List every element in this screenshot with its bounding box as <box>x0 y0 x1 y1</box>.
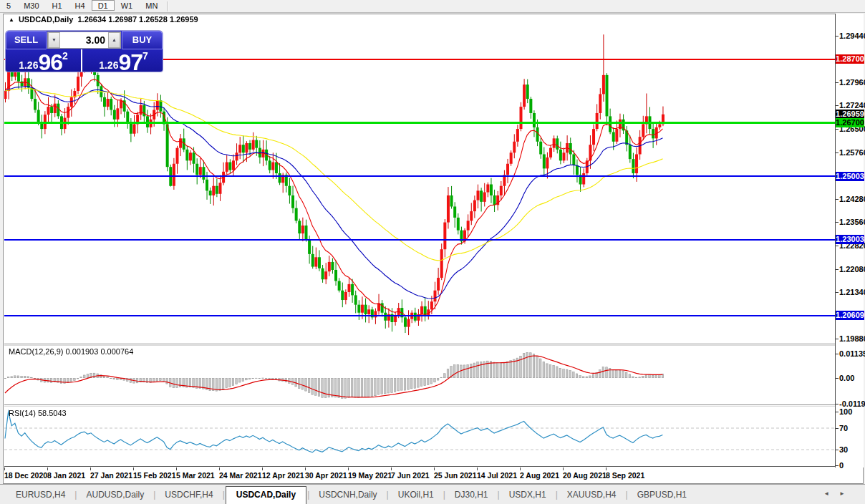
price-scale-label: 1.22080 <box>839 266 865 273</box>
chart-tab-xauusd-h4[interactable]: XAUUSD,H4 <box>559 487 625 503</box>
price-scale-label: 1.23560 <box>839 218 865 226</box>
macd-indicator-label: MACD(12,26,9) 0.001903 0.000764 <box>9 347 133 356</box>
price-level-badge: 1.28700 <box>836 54 864 64</box>
date-axis-label: 14 Jul 2021 <box>477 471 517 480</box>
date-axis-tick <box>391 467 392 470</box>
date-axis-tick <box>133 467 134 470</box>
scale-tick <box>836 36 839 37</box>
price-scale-label: 1.29440 <box>839 32 865 40</box>
rsi-indicator-label: RSI(14) 58.5043 <box>9 409 67 417</box>
scale-tick <box>836 269 839 270</box>
date-axis-tick <box>90 467 91 470</box>
sell-price-sup: 2 <box>62 50 68 62</box>
timeframe-button-h4[interactable]: H4 <box>69 0 92 11</box>
chart-tab-audusd-daily[interactable]: AUDUSD,Daily <box>77 487 153 503</box>
tab-scroll-right-icon[interactable]: ► <box>839 490 855 497</box>
chart-symbol: USDCAD,Daily <box>19 15 73 24</box>
rsi-scale-label: 30 <box>839 446 848 454</box>
date-axis[interactable]: 18 Dec 20208 Jan 202127 Jan 202115 Feb 2… <box>4 467 835 483</box>
tab-scroll-arrows[interactable]: ◄► <box>823 490 855 497</box>
timeframe-button-mn[interactable]: MN <box>139 0 164 11</box>
scale-tick <box>836 465 839 466</box>
tab-scroll-left-icon[interactable]: ◄ <box>823 490 839 497</box>
sell-price[interactable]: 1.26962 <box>6 49 82 72</box>
chart-tabs: EURUSD,H4|AUDUSD,Daily|USDCHF,H4|USDCAD,… <box>7 486 695 503</box>
scale-tick <box>836 404 839 404</box>
price-scale-label: 1.24280 <box>839 195 865 203</box>
volume-value[interactable]: 3.00 <box>86 34 105 46</box>
price-scale[interactable]: 1.294401.279601.272401.265001.257601.242… <box>835 14 864 467</box>
timeframe-button-h1[interactable]: H1 <box>46 0 69 11</box>
date-axis-label: 5 Mar 2021 <box>176 471 215 480</box>
date-axis-tick <box>606 467 607 470</box>
rsi-scale-label: 0 <box>839 462 844 470</box>
macd-scale-label: 0.01135 <box>839 350 865 358</box>
timeframe-button-d1[interactable]: D1 <box>92 0 115 11</box>
chart-tab-eurusd-h4[interactable]: EURUSD,H4 <box>7 487 74 503</box>
volume-decrease-button[interactable]: ▼ <box>48 32 60 48</box>
date-axis-tick <box>348 467 349 470</box>
date-axis-label: 24 Mar 2021 <box>219 471 262 480</box>
date-axis-tick <box>563 467 564 470</box>
chart-title: ▲USDCAD,Daily 1.26634 1.26987 1.26528 1.… <box>9 15 198 24</box>
trading-terminal: 5M30H1H4D1W1MN ▲USDCAD,Daily 1.26634 1.2… <box>0 0 865 504</box>
price-scale-label: 1.27960 <box>839 79 865 87</box>
sell-button[interactable]: SELL <box>6 31 47 49</box>
chart-tab-dj30-h1[interactable]: DJ30,H1 <box>446 487 497 503</box>
scale-tick <box>836 450 839 450</box>
date-axis-label: 8 Sep 2021 <box>606 471 644 480</box>
price-chart-canvas[interactable] <box>4 14 835 467</box>
scale-tick <box>836 354 839 354</box>
chart-tab-ukoil-h1[interactable]: UKOil,H1 <box>390 487 443 503</box>
buy-price-big: 97 <box>118 49 142 75</box>
sell-price-small: 1.26 <box>19 59 38 71</box>
price-level-badge: 1.25003 <box>836 172 864 181</box>
date-axis-tick <box>477 467 478 470</box>
date-axis-tick <box>47 467 48 470</box>
price-scale-label: 1.21340 <box>839 289 865 296</box>
price-scale-label: 1.19880 <box>839 335 865 343</box>
buy-price[interactable]: 1.26977 <box>85 49 162 72</box>
chart-ohlc-quotes: 1.26634 1.26987 1.26528 1.26959 <box>77 15 198 24</box>
chart-tab-usdx-h1[interactable]: USDX,H1 <box>501 487 555 503</box>
price-scale-label: 1.27240 <box>839 102 865 110</box>
date-axis-label: 12 Apr 2021 <box>262 471 304 480</box>
timeframe-toolbar: 5M30H1H4D1W1MN <box>0 0 865 13</box>
date-axis-tick <box>434 467 435 470</box>
scale-tick <box>836 105 839 106</box>
scale-tick <box>836 82 839 83</box>
sell-price-big: 96 <box>38 49 62 75</box>
price-scale-label: 1.25760 <box>839 149 865 157</box>
buy-price-sup: 7 <box>142 50 148 62</box>
chart-tab-gbpusd-h1[interactable]: GBPUSD,H1 <box>629 487 695 503</box>
rsi-scale-label: 70 <box>839 425 848 432</box>
buy-price-small: 1.26 <box>99 59 118 71</box>
buy-button[interactable]: BUY <box>122 31 163 49</box>
chart-tab-usdcnh-daily[interactable]: USDCNH,Daily <box>310 487 385 503</box>
scale-tick <box>836 292 839 293</box>
volume-increase-button[interactable]: ▲ <box>108 32 120 48</box>
timeframe-button-w1[interactable]: W1 <box>115 0 140 11</box>
scale-tick <box>836 152 839 153</box>
date-axis-tick <box>262 467 263 470</box>
date-axis-label: 25 Jun 2021 <box>434 471 477 480</box>
scale-tick <box>836 378 839 379</box>
date-axis-tick <box>305 467 306 470</box>
date-axis-label: 27 Jan 2021 <box>90 471 132 480</box>
date-axis-label: 8 Jan 2021 <box>47 471 85 480</box>
chart-tab-usdcad-daily[interactable]: USDCAD,Daily <box>226 486 306 504</box>
macd-scale-label: 0.00 <box>839 374 854 382</box>
date-axis-label: 15 Feb 2021 <box>133 471 176 480</box>
scale-tick <box>836 339 839 339</box>
date-axis-label: 18 Dec 2020 <box>4 471 47 480</box>
date-axis-tick <box>176 467 177 470</box>
date-axis-label: 19 May 2021 <box>348 471 392 480</box>
timeframe-button-m30[interactable]: M30 <box>17 0 45 11</box>
timeframe-button-5[interactable]: 5 <box>0 0 17 11</box>
price-level-badge: 1.26700 <box>836 118 864 127</box>
date-axis-label: 7 Jun 2021 <box>391 471 430 480</box>
price-level-badge: 1.20609 <box>836 311 864 320</box>
scale-tick <box>836 428 839 429</box>
date-axis-tick <box>4 467 5 470</box>
chart-tab-usdchf-h4[interactable]: USDCHF,H4 <box>156 487 221 503</box>
